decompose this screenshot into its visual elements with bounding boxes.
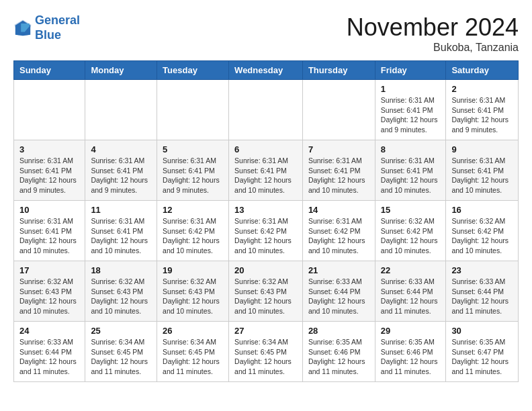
day-info: Sunrise: 6:32 AM Sunset: 6:43 PM Dayligh…	[19, 277, 79, 316]
day-number: 14	[308, 205, 369, 215]
day-number: 16	[451, 205, 513, 215]
calendar-day-cell: 29Sunrise: 6:35 AM Sunset: 6:46 PM Dayli…	[375, 322, 446, 382]
calendar-day-cell: 21Sunrise: 6:33 AM Sunset: 6:44 PM Dayli…	[302, 261, 375, 322]
day-info: Sunrise: 6:31 AM Sunset: 6:41 PM Dayligh…	[308, 156, 369, 195]
day-info: Sunrise: 6:31 AM Sunset: 6:41 PM Dayligh…	[91, 156, 151, 195]
calendar-day-header: Sunday	[14, 61, 85, 80]
calendar-header-row: SundayMondayTuesdayWednesdayThursdayFrid…	[14, 61, 519, 80]
day-number: 15	[381, 205, 441, 215]
page-header: General Blue November 2024 Bukoba, Tanza…	[13, 13, 519, 54]
calendar-day-cell: 3Sunrise: 6:31 AM Sunset: 6:41 PM Daylig…	[14, 140, 85, 201]
day-info: Sunrise: 6:32 AM Sunset: 6:43 PM Dayligh…	[163, 277, 223, 316]
day-info: Sunrise: 6:32 AM Sunset: 6:43 PM Dayligh…	[234, 277, 297, 316]
day-number: 7	[308, 144, 369, 154]
calendar-day-cell: 28Sunrise: 6:35 AM Sunset: 6:46 PM Dayli…	[302, 322, 375, 382]
calendar-day-cell: 24Sunrise: 6:33 AM Sunset: 6:44 PM Dayli…	[14, 322, 85, 382]
calendar-day-header: Saturday	[446, 61, 519, 80]
day-number: 19	[163, 265, 223, 275]
calendar-day-header: Friday	[375, 61, 446, 80]
calendar-table: SundayMondayTuesdayWednesdayThursdayFrid…	[13, 60, 519, 382]
day-info: Sunrise: 6:31 AM Sunset: 6:41 PM Dayligh…	[451, 156, 513, 195]
calendar-day-header: Thursday	[302, 61, 375, 80]
day-info: Sunrise: 6:35 AM Sunset: 6:46 PM Dayligh…	[308, 337, 369, 377]
day-number: 26	[163, 326, 223, 336]
calendar-week-row: 1Sunrise: 6:31 AM Sunset: 6:41 PM Daylig…	[14, 80, 519, 140]
calendar-day-cell: 8Sunrise: 6:31 AM Sunset: 6:41 PM Daylig…	[375, 140, 446, 201]
day-number: 17	[19, 265, 79, 275]
day-info: Sunrise: 6:31 AM Sunset: 6:41 PM Dayligh…	[451, 95, 513, 135]
calendar-day-cell: 9Sunrise: 6:31 AM Sunset: 6:41 PM Daylig…	[446, 140, 519, 201]
calendar-day-cell: 15Sunrise: 6:32 AM Sunset: 6:42 PM Dayli…	[375, 201, 446, 261]
day-info: Sunrise: 6:34 AM Sunset: 6:45 PM Dayligh…	[163, 337, 223, 377]
calendar-day-cell: 14Sunrise: 6:31 AM Sunset: 6:42 PM Dayli…	[302, 201, 375, 261]
calendar-day-cell: 13Sunrise: 6:31 AM Sunset: 6:42 PM Dayli…	[229, 201, 303, 261]
calendar-day-cell: 30Sunrise: 6:35 AM Sunset: 6:47 PM Dayli…	[446, 322, 519, 382]
day-number: 1	[381, 84, 441, 94]
day-info: Sunrise: 6:32 AM Sunset: 6:42 PM Dayligh…	[451, 216, 513, 256]
logo-text: General Blue	[35, 13, 80, 42]
day-number: 28	[308, 326, 369, 336]
day-number: 23	[451, 265, 513, 275]
calendar-day-header: Wednesday	[229, 61, 303, 80]
day-number: 29	[381, 326, 441, 336]
calendar-day-cell: 7Sunrise: 6:31 AM Sunset: 6:41 PM Daylig…	[302, 140, 375, 201]
calendar-week-row: 3Sunrise: 6:31 AM Sunset: 6:41 PM Daylig…	[14, 140, 519, 201]
calendar-day-header: Monday	[85, 61, 157, 80]
day-number: 13	[234, 205, 297, 215]
day-info: Sunrise: 6:34 AM Sunset: 6:45 PM Dayligh…	[234, 337, 297, 377]
calendar-day-cell	[85, 80, 157, 140]
calendar-day-cell: 11Sunrise: 6:31 AM Sunset: 6:41 PM Dayli…	[85, 201, 157, 261]
calendar-day-cell	[14, 80, 85, 140]
calendar-day-cell: 20Sunrise: 6:32 AM Sunset: 6:43 PM Dayli…	[229, 261, 303, 322]
day-info: Sunrise: 6:31 AM Sunset: 6:42 PM Dayligh…	[234, 216, 297, 256]
day-number: 11	[91, 205, 151, 215]
day-number: 22	[381, 265, 441, 275]
calendar-day-cell: 2Sunrise: 6:31 AM Sunset: 6:41 PM Daylig…	[446, 80, 519, 140]
calendar-week-row: 17Sunrise: 6:32 AM Sunset: 6:43 PM Dayli…	[14, 261, 519, 322]
day-info: Sunrise: 6:31 AM Sunset: 6:41 PM Dayligh…	[19, 156, 79, 195]
day-number: 9	[451, 144, 513, 154]
calendar-day-cell: 16Sunrise: 6:32 AM Sunset: 6:42 PM Dayli…	[446, 201, 519, 261]
day-info: Sunrise: 6:33 AM Sunset: 6:44 PM Dayligh…	[19, 337, 79, 377]
calendar-day-cell	[157, 80, 229, 140]
day-info: Sunrise: 6:33 AM Sunset: 6:44 PM Dayligh…	[381, 277, 441, 316]
calendar-day-cell: 26Sunrise: 6:34 AM Sunset: 6:45 PM Dayli…	[157, 322, 229, 382]
day-info: Sunrise: 6:35 AM Sunset: 6:47 PM Dayligh…	[451, 337, 513, 377]
calendar-week-row: 10Sunrise: 6:31 AM Sunset: 6:41 PM Dayli…	[14, 201, 519, 261]
calendar-day-cell: 19Sunrise: 6:32 AM Sunset: 6:43 PM Dayli…	[157, 261, 229, 322]
day-info: Sunrise: 6:31 AM Sunset: 6:42 PM Dayligh…	[308, 216, 369, 256]
month-title: November 2024	[347, 13, 519, 42]
day-info: Sunrise: 6:33 AM Sunset: 6:44 PM Dayligh…	[451, 277, 513, 316]
calendar-day-cell: 27Sunrise: 6:34 AM Sunset: 6:45 PM Dayli…	[229, 322, 303, 382]
logo-icon	[13, 19, 32, 38]
day-number: 25	[91, 326, 151, 336]
location: Bukoba, Tanzania	[347, 42, 519, 54]
calendar-day-cell: 18Sunrise: 6:32 AM Sunset: 6:43 PM Dayli…	[85, 261, 157, 322]
calendar-week-row: 24Sunrise: 6:33 AM Sunset: 6:44 PM Dayli…	[14, 322, 519, 382]
calendar-day-cell	[229, 80, 303, 140]
calendar-day-header: Tuesday	[157, 61, 229, 80]
calendar-day-cell: 4Sunrise: 6:31 AM Sunset: 6:41 PM Daylig…	[85, 140, 157, 201]
day-number: 3	[19, 144, 79, 154]
day-info: Sunrise: 6:31 AM Sunset: 6:41 PM Dayligh…	[19, 216, 79, 256]
day-number: 30	[451, 326, 513, 336]
calendar-day-cell: 12Sunrise: 6:31 AM Sunset: 6:42 PM Dayli…	[157, 201, 229, 261]
day-info: Sunrise: 6:31 AM Sunset: 6:41 PM Dayligh…	[91, 216, 151, 256]
day-number: 4	[91, 144, 151, 154]
day-number: 10	[19, 205, 79, 215]
day-number: 2	[451, 84, 513, 94]
logo: General Blue	[13, 13, 80, 42]
day-number: 18	[91, 265, 151, 275]
calendar-day-cell: 5Sunrise: 6:31 AM Sunset: 6:41 PM Daylig…	[157, 140, 229, 201]
day-info: Sunrise: 6:34 AM Sunset: 6:45 PM Dayligh…	[91, 337, 151, 377]
day-info: Sunrise: 6:31 AM Sunset: 6:41 PM Dayligh…	[381, 156, 441, 195]
day-number: 27	[234, 326, 297, 336]
day-number: 12	[163, 205, 223, 215]
calendar-day-cell: 17Sunrise: 6:32 AM Sunset: 6:43 PM Dayli…	[14, 261, 85, 322]
day-number: 20	[234, 265, 297, 275]
calendar-day-cell: 10Sunrise: 6:31 AM Sunset: 6:41 PM Dayli…	[14, 201, 85, 261]
day-info: Sunrise: 6:33 AM Sunset: 6:44 PM Dayligh…	[308, 277, 369, 316]
calendar-day-cell: 22Sunrise: 6:33 AM Sunset: 6:44 PM Dayli…	[375, 261, 446, 322]
calendar-day-cell: 23Sunrise: 6:33 AM Sunset: 6:44 PM Dayli…	[446, 261, 519, 322]
calendar-day-cell: 25Sunrise: 6:34 AM Sunset: 6:45 PM Dayli…	[85, 322, 157, 382]
